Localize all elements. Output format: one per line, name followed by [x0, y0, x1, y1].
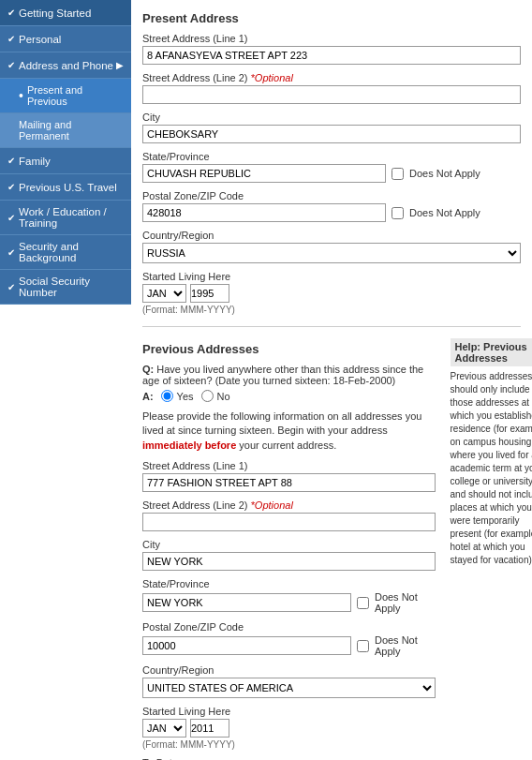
prev-postal-does-not-apply-label: Does Not Apply: [375, 634, 436, 657]
no-radio-group: No: [201, 390, 230, 402]
started-format-text: (Format: MMM-YYYY): [142, 305, 521, 315]
previous-addresses-section: Previous Addresses Q: Have you lived any…: [142, 338, 521, 760]
postal-does-not-apply-checkbox[interactable]: [392, 207, 404, 219]
prev-country-label: Country/Region: [142, 664, 436, 676]
question-text: Q: Have you lived anywhere other than th…: [142, 364, 436, 386]
check-icon: ✔: [7, 182, 15, 192]
app-layout: ✔ Getting Started ✔ Personal ✔ Address a…: [0, 0, 532, 760]
prev-postal-input[interactable]: [142, 636, 351, 655]
check-icon: ✔: [7, 213, 15, 223]
sidebar-item-address-phone[interactable]: ✔ Address and Phone ▶: [0, 52, 131, 79]
prev-started-year-input[interactable]: [190, 719, 229, 738]
prev-started-month-select[interactable]: JANFEBMARAPR MAYJUNJULAUG SEPOCTNOVDEC: [142, 719, 186, 738]
state-label: State/Province: [142, 151, 521, 162]
prev-state-row: Does Not Apply: [142, 591, 436, 614]
prev-state-input[interactable]: [142, 593, 351, 612]
sidebar-item-mailing-permanent[interactable]: Mailing and Permanent: [0, 113, 131, 148]
present-address-title: Present Address: [142, 11, 521, 25]
prev-street1-label: Street Address (Line 1): [142, 460, 436, 471]
prev-postal-row: Does Not Apply: [142, 634, 436, 657]
sidebar-item-getting-started[interactable]: ✔ Getting Started: [0, 0, 131, 26]
prev-state-does-not-apply-label: Does Not Apply: [375, 591, 436, 614]
state-does-not-apply-label: Does Not Apply: [409, 168, 480, 179]
street2-label: Street Address (Line 2) *Optional: [142, 72, 521, 83]
sidebar-label: Social Security Number: [19, 276, 124, 298]
postal-does-not-apply-label: Does Not Apply: [409, 207, 480, 218]
started-month-select[interactable]: JANFEBMARAPR MAYJUNJULAUG SEPOCTNOVDEC: [142, 284, 186, 303]
help-panel: Help: Previous Addresses Previous addres…: [443, 338, 532, 760]
sidebar: ✔ Getting Started ✔ Personal ✔ Address a…: [0, 0, 131, 760]
prev-state-label: State/Province: [142, 578, 436, 589]
prev-country-select[interactable]: RUSSIA UNITED STATES OF AMERICA: [142, 678, 436, 698]
prev-city-label: City: [142, 539, 436, 550]
postal-row: Does Not Apply: [142, 203, 521, 222]
check-icon: ✔: [7, 34, 15, 44]
previous-addresses-form: Previous Addresses Q: Have you lived any…: [142, 338, 436, 760]
country-select[interactable]: RUSSIA UNITED STATES OF AMERICA: [142, 243, 521, 263]
sidebar-label: Present and Previous: [27, 84, 124, 107]
check-icon: ✔: [7, 282, 15, 292]
dot-icon: •: [19, 88, 23, 103]
country-label: Country/Region: [142, 230, 521, 241]
sidebar-item-personal[interactable]: ✔ Personal: [0, 26, 131, 52]
sidebar-item-present-previous[interactable]: • Present and Previous: [0, 79, 131, 113]
state-does-not-apply-checkbox[interactable]: [392, 168, 404, 180]
yes-radio[interactable]: [161, 390, 173, 402]
sidebar-label: Getting Started: [19, 7, 91, 19]
check-icon: ✔: [7, 60, 15, 70]
postal-label: Postal Zone/ZIP Code: [142, 190, 521, 201]
check-icon: ✔: [7, 7, 15, 18]
started-date-row: JANFEBMARAPR MAYJUNJULAUG SEPOCTNOVDEC: [142, 284, 521, 303]
sidebar-item-security-background[interactable]: ✔ Security and Background: [0, 235, 131, 270]
postal-input[interactable]: [142, 203, 386, 222]
state-input[interactable]: [142, 164, 386, 183]
sidebar-label: Security and Background: [19, 241, 124, 263]
sidebar-label: Mailing and Permanent: [19, 119, 124, 142]
prev-started-format-text: (Format: MMM-YYYY): [142, 739, 436, 750]
sidebar-item-previous-us-travel[interactable]: ✔ Previous U.S. Travel: [0, 174, 131, 201]
prev-postal-does-not-apply-checkbox[interactable]: [357, 640, 369, 652]
sidebar-item-work-education[interactable]: ✔ Work / Education / Training: [0, 201, 131, 235]
yes-label: Yes: [177, 391, 194, 402]
section-divider: [142, 326, 521, 327]
prev-street1-input[interactable]: [142, 473, 436, 492]
instruction-text: Please provide the following information…: [142, 410, 436, 453]
help-text: Previous addresses should only include t…: [451, 370, 532, 567]
prev-postal-label: Postal Zone/ZIP Code: [142, 621, 436, 633]
yes-radio-group: Yes: [161, 390, 194, 402]
sidebar-label: Family: [19, 156, 51, 167]
state-row: Does Not Apply: [142, 164, 521, 183]
no-label: No: [217, 391, 230, 402]
prev-street2-input[interactable]: [142, 513, 436, 531]
city-label: City: [142, 112, 521, 123]
expand-arrow-icon: ▶: [116, 60, 124, 70]
started-year-input[interactable]: [190, 284, 229, 303]
main-content: Present Address Street Address (Line 1) …: [131, 0, 532, 760]
question-block: Q: Have you lived anywhere other than th…: [142, 364, 436, 402]
sidebar-item-family[interactable]: ✔ Family: [0, 148, 131, 174]
sidebar-label: Work / Education / Training: [19, 206, 124, 229]
help-title: Help: Previous Addresses: [451, 338, 532, 366]
sidebar-label: Personal: [19, 34, 61, 45]
no-radio[interactable]: [201, 390, 214, 402]
prev-started-living-label: Started Living Here: [142, 706, 436, 717]
sidebar-label: Previous U.S. Travel: [19, 182, 117, 193]
prev-street2-label: Street Address (Line 2) *Optional: [142, 499, 436, 511]
street1-input[interactable]: [142, 46, 521, 65]
city-input[interactable]: [142, 125, 521, 143]
street2-input[interactable]: [142, 85, 521, 104]
sidebar-item-social-security[interactable]: ✔ Social Security Number: [0, 270, 131, 305]
prev-state-does-not-apply-checkbox[interactable]: [357, 597, 369, 609]
instruction-bold: immediately before: [142, 440, 236, 451]
answer-row: A: Yes No: [142, 390, 436, 402]
previous-addresses-title: Previous Addresses: [142, 342, 436, 356]
started-living-label: Started Living Here: [142, 271, 521, 282]
sidebar-label: Address and Phone: [19, 60, 113, 71]
prev-city-input[interactable]: [142, 552, 436, 571]
prev-started-date-row: JANFEBMARAPR MAYJUNJULAUG SEPOCTNOVDEC: [142, 719, 436, 738]
check-icon: ✔: [7, 247, 15, 258]
check-icon: ✔: [7, 156, 15, 166]
street1-label: Street Address (Line 1): [142, 33, 521, 44]
